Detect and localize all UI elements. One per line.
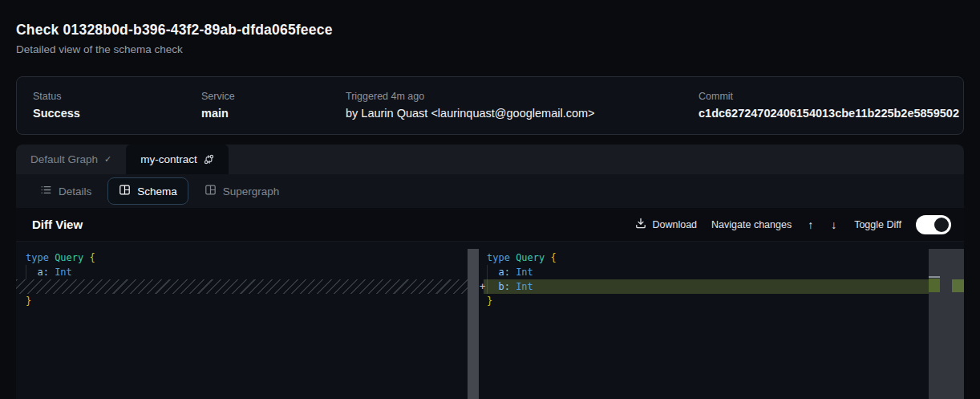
navigate-changes-label: Navigate changes [711,219,792,230]
tab-schema[interactable]: Schema [107,177,188,205]
check-icon: ✓ [104,154,111,165]
code-token: Query [516,252,550,263]
indent-guide [487,265,488,294]
schema-check-page: Check 01328b0d-b396-43f2-89ab-dfda065fee… [0,0,980,399]
download-label: Download [652,219,697,230]
status-value: Success [33,107,201,120]
tab-schema-label: Schema [137,185,177,197]
code-token: type [487,252,516,263]
code-line: a: Int [26,265,468,279]
status-field: Status Success [33,91,201,120]
list-icon [40,184,52,198]
service-field: Service main [201,91,346,120]
tab-default-graph[interactable]: Default Graph ✓ [16,145,126,174]
code-line [26,279,468,294]
left-pane-scrollbar[interactable] [468,249,479,399]
diff-toolbar: Diff View Download Navigate changes ↑ [16,208,964,242]
code-line: type Query { [26,250,468,265]
tab-supergraph-label: Supergraph [223,185,280,197]
minimap-scrollbar[interactable] [929,249,964,399]
status-card: Status Success Service main Triggered 4m… [16,76,964,135]
download-button[interactable]: Download [635,218,697,231]
code-line: b: Int [487,279,929,294]
columns-icon [119,184,131,198]
indent-guide [26,265,26,279]
triggered-value: by Laurin Quast <laurinquast@googlemail.… [346,107,699,120]
schema-diff-editor: + type Query { a: Int} type Query { a: I… [16,242,964,399]
diff-toolbar-controls: Download Navigate changes ↑ ↓ Toggle Dif… [635,215,951,234]
tab-default-graph-label: Default Graph [30,153,98,165]
status-label: Status [33,91,201,103]
code-token: { [89,252,95,263]
next-change-button[interactable]: ↓ [829,219,838,230]
code-token: a: [37,267,48,278]
service-label: Service [201,91,346,103]
check-detail-card: Default Graph ✓ my-contract [16,145,964,399]
tab-my-contract-label: my-contract [140,153,197,165]
code-token: Int [55,267,72,278]
overview-ruler-added-marker [952,279,964,292]
graph-tab-strip: Default Graph ✓ my-contract [16,145,964,174]
toggle-diff-label: Toggle Diff [854,219,901,230]
contract-compare-icon [204,154,214,165]
code-line: } [487,294,929,308]
code-token: { [550,252,556,263]
minimap-line-tick [929,276,940,278]
diff-pane-original: type Query { a: Int} [26,250,468,308]
page-title: Check 01328b0d-b396-43f2-89ab-dfda065fee… [16,0,964,38]
tab-my-contract[interactable]: my-contract [126,145,229,174]
toggle-knob [934,218,949,232]
previous-change-button[interactable]: ↑ [806,219,815,230]
tab-details-label: Details [59,185,91,197]
code-line: a: Int [487,265,929,279]
code-token: Query [55,252,89,263]
triggered-label: Triggered 4m ago [346,91,699,103]
diff-view-title: Diff View [32,218,83,231]
code-token [487,281,498,292]
code-token: } [26,295,31,307]
code-token: b: [498,281,509,292]
code-token: Int [516,267,533,278]
code-token: } [487,295,492,307]
code-token: a: [498,267,509,278]
commit-label: Commit [699,91,959,103]
code-token [26,267,37,278]
tab-details[interactable]: Details [29,177,103,205]
code-token [487,267,498,278]
toggle-diff-switch[interactable] [916,215,951,234]
minimap-added-marker [929,279,940,292]
arrow-down-icon: ↓ [831,218,836,231]
code-token: type [26,252,55,263]
download-icon [635,218,646,231]
arrow-up-icon: ↑ [808,218,813,231]
code-line: type Query { [487,250,929,265]
service-value: main [201,107,346,120]
commit-value: c1dc62724702406154013cbe11b225b2e5859502 [699,107,959,120]
diff-pane-modified: type Query { a: Int b: Int} [487,250,929,308]
view-subtab-row: Details Schema Supergrap [16,174,964,208]
tab-supergraph[interactable]: Supergraph [193,177,291,205]
columns-icon [205,184,217,198]
triggered-field: Triggered 4m ago by Laurin Quast <laurin… [346,91,699,120]
page-subtitle: Detailed view of the schema check [16,43,964,55]
code-token: Int [516,281,533,292]
commit-field: Commit c1dc62724702406154013cbe11b225b2e… [699,91,959,120]
code-line: } [26,294,468,308]
